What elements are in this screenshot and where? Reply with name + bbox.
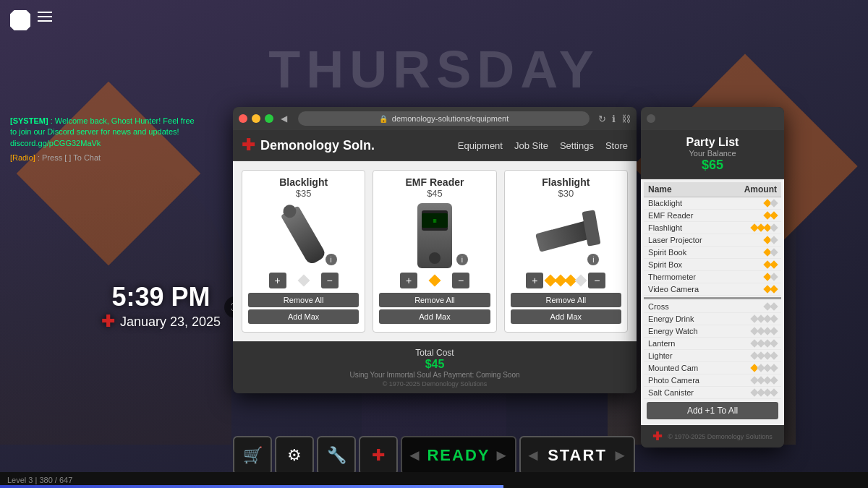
time-display: 5:39 PM ✚ January 23, 2025 <box>101 282 221 331</box>
equipment-grid: Blacklight $35 i + − Remove All Add Max <box>233 161 637 341</box>
browser-copyright: © 1970-2025 Demonology Solutions <box>239 380 631 388</box>
blacklight-remove-all[interactable]: Remove All <box>248 293 359 307</box>
ready-label: READY <box>427 446 490 465</box>
party-row-energydrink: Energy Drink <box>644 313 781 325</box>
total-cost-value: $45 <box>239 358 631 371</box>
party-header: Party List Your Balance $65 <box>641 130 784 179</box>
row-name: Flashlight <box>648 223 752 232</box>
info-icon[interactable]: ℹ <box>612 114 616 124</box>
brand-cross-icon: ✚ <box>242 136 255 155</box>
row-name: Cross <box>648 302 765 311</box>
emf-name: EMF Reader <box>406 176 464 188</box>
flashlight-name: Flashlight <box>542 176 590 188</box>
tool-button[interactable]: 🔧 <box>317 436 356 475</box>
emf-image: |||| i <box>399 203 471 268</box>
row-amount <box>752 365 777 371</box>
row-amount <box>765 213 777 218</box>
row-amount <box>752 390 777 395</box>
balance-label: Your Balance <box>647 149 778 158</box>
flashlight-add-btn[interactable]: + <box>526 273 543 288</box>
browser-nav: ✚ Demonology Soln. Equipment Job Site Se… <box>233 130 637 161</box>
flashlight-add-max[interactable]: Add Max <box>511 309 621 324</box>
emf-qty-controls: + − <box>400 273 469 288</box>
emf-remove-all[interactable]: Remove All <box>379 293 490 307</box>
party-row-lantern: Lantern <box>644 338 781 350</box>
row-amount <box>765 262 777 267</box>
flashlight-info-btn[interactable]: i <box>587 254 599 265</box>
blacklight-add-max[interactable]: Add Max <box>248 309 359 324</box>
nav-settings[interactable]: Settings <box>560 140 594 151</box>
ready-button[interactable]: READY <box>401 436 516 475</box>
emf-add-btn[interactable]: + <box>400 273 417 288</box>
row-amount <box>752 225 777 231</box>
cart-button[interactable]: 🛒 <box>233 436 272 475</box>
blacklight-name: Blacklight <box>279 176 328 188</box>
add-all-button[interactable]: Add +1 To All <box>647 402 778 419</box>
nav-jobsite[interactable]: Job Site <box>514 140 548 151</box>
settings-button[interactable]: ⚙ <box>275 436 314 475</box>
url-bar[interactable]: 🔒 demonology-solutions/equipment <box>298 111 590 126</box>
nav-equipment[interactable]: Equipment <box>458 140 503 151</box>
flashlight-qty-controls: + − <box>526 273 605 288</box>
equipment-card-emf: EMF Reader $45 |||| i + − Remove All A <box>373 170 496 333</box>
row-amount <box>752 316 777 322</box>
brand-name: Demonology Soln. <box>260 138 375 153</box>
hamburger-menu[interactable] <box>38 12 52 22</box>
date-value: January 23, 2025 <box>120 314 221 330</box>
row-name: Laser Projector <box>648 236 765 244</box>
row-amount <box>765 249 777 255</box>
nav-store[interactable]: Store <box>605 140 628 151</box>
browser-footer: Total Cost $45 Using Your Immortal Soul … <box>233 341 637 393</box>
blacklight-add-btn[interactable]: + <box>269 273 286 288</box>
row-amount <box>765 237 777 243</box>
party-row-lighter: Lighter <box>644 350 781 362</box>
browser-window: ◀ 🔒 demonology-solutions/equipment ↻ ℹ ⛓… <box>233 107 637 393</box>
equipment-card-flashlight: Flashlight $30 i + − <box>504 170 628 333</box>
party-row-energywatch: Energy Watch <box>644 325 781 338</box>
blacklight-qty-controls: + − <box>269 273 339 288</box>
nav-links: Equipment Job Site Settings Store <box>458 140 628 151</box>
refresh-icon[interactable]: ↻ <box>598 114 606 124</box>
radio-label: [Radio] <box>10 153 35 162</box>
flashlight-remove-all[interactable]: Remove All <box>511 293 621 307</box>
blacklight-remove-btn[interactable]: − <box>321 273 339 288</box>
blacklight-image: i <box>268 203 340 268</box>
brand-logo: ✚ Demonology Soln. <box>242 136 375 155</box>
row-name: Video Camera <box>648 285 765 294</box>
footer-note: Using Your Immortal Soul As Payment: Com… <box>239 371 631 379</box>
roblox-logo[interactable] <box>10 10 30 30</box>
row-name: Mounted Cam <box>648 364 752 372</box>
browser-actions: ↻ ℹ ⛓ <box>598 114 631 124</box>
browser-titlebar: ◀ 🔒 demonology-solutions/equipment ↻ ℹ ⛓ <box>233 107 637 130</box>
party-row-spiritbook: Spirit Book <box>644 247 781 259</box>
radio-text: : Press [ ] To Chat <box>38 153 101 162</box>
maximize-dot[interactable] <box>265 114 273 123</box>
emf-info-btn[interactable]: i <box>456 254 468 265</box>
flashlight-price: $30 <box>558 188 574 199</box>
start-button[interactable]: START <box>519 436 635 475</box>
emf-diamond-1 <box>428 275 441 287</box>
row-amount <box>765 200 777 206</box>
date-text: ✚ January 23, 2025 <box>101 312 221 331</box>
special-button[interactable]: ✚ <box>359 436 398 475</box>
emf-remove-btn[interactable]: − <box>452 273 469 288</box>
level-progress-fill <box>0 485 503 488</box>
flashlight-remove-btn[interactable]: − <box>588 273 605 288</box>
lock-icon: 🔒 <box>379 115 388 123</box>
party-panel: Party List Your Balance $65 Name Amount … <box>641 107 784 448</box>
row-name: EMF Reader <box>648 211 765 220</box>
emf-price: $45 <box>427 188 443 199</box>
row-name: Photo Camera <box>648 376 752 385</box>
row-name: Spirit Book <box>648 248 765 257</box>
party-footer: ✚ © 1970-2025 Demonology Solutions <box>641 425 784 448</box>
back-icon[interactable]: ◀ <box>278 114 289 124</box>
minimize-dot[interactable] <box>252 114 260 123</box>
time-text: 5:39 PM <box>101 282 221 312</box>
party-table: Name Amount Blacklight EMF Reader Flashl… <box>641 179 784 425</box>
close-dot[interactable] <box>239 114 247 123</box>
row-amount <box>752 353 777 359</box>
blacklight-info-btn[interactable]: i <box>326 254 337 265</box>
share-icon[interactable]: ⛓ <box>621 114 631 124</box>
emf-add-max[interactable]: Add Max <box>379 309 490 324</box>
row-name: Lighter <box>648 351 752 360</box>
